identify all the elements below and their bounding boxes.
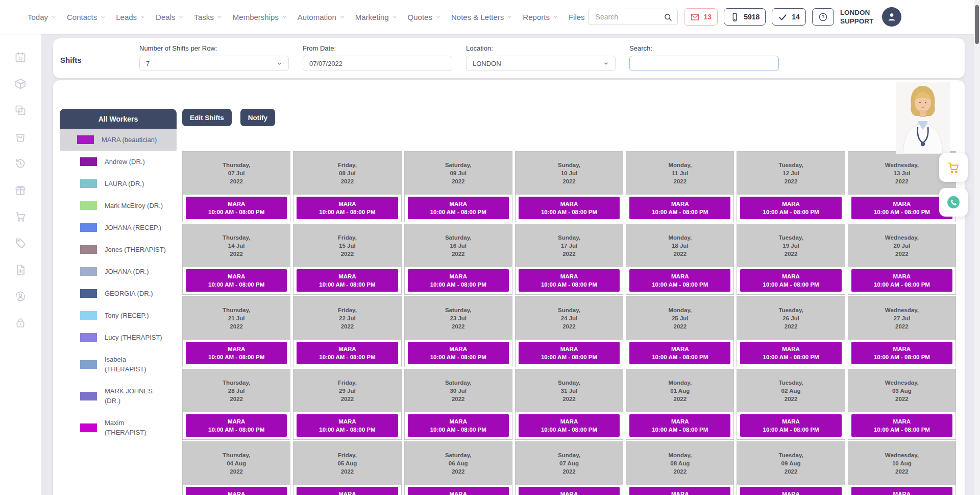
worker-row-laura-dr[interactable]: LAURA (DR.) (60, 173, 177, 195)
shift-block[interactable]: MARA10:00 AM - 08:00 PM (629, 342, 730, 364)
shift-block[interactable]: MARA10:00 AM - 08:00 PM (297, 342, 398, 364)
shift-block[interactable]: MARA10:00 AM - 08:00 PM (629, 269, 730, 292)
shift-block[interactable]: MARA10:00 AM - 08:00 PM (740, 487, 841, 495)
mail-badge[interactable]: 13 (684, 8, 718, 26)
tasks-count: 14 (792, 13, 800, 21)
sidebar-item-gift[interactable] (14, 184, 27, 196)
shift-block[interactable]: MARA10:00 AM - 08:00 PM (519, 414, 620, 437)
sidebar-item-cart[interactable] (14, 210, 27, 223)
sidebar-item-shopping-bag[interactable] (14, 131, 27, 143)
worker-row-tony-recep[interactable]: Tony (RECEP.) (60, 304, 177, 326)
day-year: 2022 (341, 250, 354, 258)
worker-row-mark-johnes-dr[interactable]: MARK JOHNES (DR.) (60, 380, 177, 412)
shift-block[interactable]: MARA10:00 AM - 08:00 PM (851, 197, 952, 219)
tasks-badge[interactable]: 14 (772, 8, 806, 26)
worker-row-mark-mcelroy-dr[interactable]: Mark McElroy (DR.) (60, 195, 177, 217)
nav-item-memberships[interactable]: Memberships (230, 10, 290, 25)
day-header: Tuesday,12 Jul2022 (737, 152, 844, 195)
shift-block[interactable]: MARA10:00 AM - 08:00 PM (186, 197, 287, 219)
calendar-day-cell: Wednesday,10 Aug2022MARA10:00 AM - 08:00… (848, 441, 956, 495)
nav-item-tasks[interactable]: Tasks (191, 10, 225, 25)
nav-item-contacts[interactable]: Contacts (64, 10, 109, 25)
shift-block[interactable]: MARA10:00 AM - 08:00 PM (740, 269, 841, 292)
user-avatar[interactable] (882, 7, 901, 27)
nav-item-deals[interactable]: Deals (153, 10, 187, 25)
sidebar-item-lock[interactable] (14, 317, 27, 329)
shift-block[interactable]: MARA10:00 AM - 08:00 PM (519, 487, 620, 495)
shift-block[interactable]: MARA10:00 AM - 08:00 PM (297, 414, 398, 437)
help-button[interactable] (812, 8, 834, 26)
shifts-per-row-select[interactable]: 7 (139, 56, 289, 71)
shift-block[interactable]: MARA10:00 AM - 08:00 PM (740, 414, 841, 437)
sidebar-item-history-clock[interactable] (14, 157, 27, 170)
location-select[interactable]: LONDON (466, 56, 616, 71)
calendar-day-cell: Friday,29 Jul2022MARA10:00 AM - 08:00 PM (293, 369, 401, 440)
nav-item-quotes[interactable]: Quotes (405, 10, 444, 25)
shift-block[interactable]: MARA10:00 AM - 08:00 PM (851, 487, 952, 495)
day-body: MARA10:00 AM - 08:00 PM (516, 267, 623, 294)
worker-row-johana-recep[interactable]: JOHANA (RECEP.) (60, 217, 177, 239)
shift-block[interactable]: MARA10:00 AM - 08:00 PM (851, 414, 952, 437)
nav-item-today[interactable]: Today (24, 10, 60, 25)
shift-time: 10:00 AM - 08:00 PM (319, 281, 375, 288)
worker-row-jones-therapist[interactable]: Jones (THERAPIST) (60, 239, 177, 261)
shift-block[interactable]: MARA10:00 AM - 08:00 PM (519, 342, 620, 364)
shift-search-input[interactable] (629, 56, 779, 71)
shift-block[interactable]: MARA10:00 AM - 08:00 PM (408, 414, 509, 437)
shift-block[interactable]: MARA10:00 AM - 08:00 PM (186, 414, 287, 437)
search-icon[interactable] (663, 12, 673, 22)
shift-block[interactable]: MARA10:00 AM - 08:00 PM (740, 342, 841, 364)
phone-call-button[interactable] (939, 188, 968, 217)
cart-button[interactable] (939, 153, 968, 182)
worker-row-lucy-therapist[interactable]: Lucy (THERAPIST) (60, 326, 177, 348)
day-body: MARA10:00 AM - 08:00 PM (293, 485, 401, 495)
shift-block[interactable]: MARA10:00 AM - 08:00 PM (186, 487, 287, 495)
worker-row-maxim-therapist[interactable]: Maxim (THERAPIST) (60, 412, 177, 443)
scrollbar-thumb[interactable] (975, 5, 979, 44)
shift-worker-name: MARA (893, 345, 911, 352)
shift-block[interactable]: MARA10:00 AM - 08:00 PM (408, 269, 509, 292)
shift-block[interactable]: MARA10:00 AM - 08:00 PM (186, 269, 287, 292)
worker-row-mara-beautician[interactable]: MARA (beautician) (60, 129, 177, 151)
sidebar-item-report-document[interactable] (14, 264, 27, 276)
worker-row-georgia-dr[interactable]: GEORGIA (DR.) (60, 282, 177, 304)
nav-item-notes-letters[interactable]: Notes & Letters (448, 10, 516, 25)
shift-block[interactable]: MARA10:00 AM - 08:00 PM (408, 342, 509, 364)
sidebar-item-copy[interactable] (14, 104, 27, 116)
shift-block[interactable]: MARA10:00 AM - 08:00 PM (186, 342, 287, 364)
shift-block[interactable]: MARA10:00 AM - 08:00 PM (408, 197, 509, 219)
shift-block[interactable]: MARA10:00 AM - 08:00 PM (519, 197, 620, 219)
shift-block[interactable]: MARA10:00 AM - 08:00 PM (408, 487, 509, 495)
nav-item-marketing[interactable]: Marketing (352, 10, 401, 25)
global-search-input[interactable] (595, 12, 663, 21)
all-workers-button[interactable]: All Workers (60, 109, 177, 129)
nav-item-files[interactable]: Files (566, 10, 588, 25)
nav-item-leads[interactable]: Leads (113, 10, 149, 25)
from-date-input[interactable] (303, 56, 452, 71)
worker-row-andrew-dr[interactable]: Andrew (DR.) (60, 151, 177, 173)
nav-item-reports[interactable]: Reports (520, 10, 561, 25)
notify-button[interactable]: Notify (240, 109, 275, 126)
shift-block[interactable]: MARA10:00 AM - 08:00 PM (297, 197, 398, 219)
shift-block[interactable]: MARA10:00 AM - 08:00 PM (851, 342, 952, 364)
calendar-day-cell: Sunday,17 Jul2022MARA10:00 AM - 08:00 PM (515, 224, 623, 295)
nav-item-automation[interactable]: Automation (295, 10, 348, 25)
edit-shifts-button[interactable]: Edit Shifts (182, 109, 232, 126)
shift-block[interactable]: MARA10:00 AM - 08:00 PM (629, 414, 730, 437)
shift-block[interactable]: MARA10:00 AM - 08:00 PM (740, 197, 841, 219)
sidebar-item-price-tag[interactable] (14, 237, 27, 249)
shift-block[interactable]: MARA10:00 AM - 08:00 PM (519, 269, 620, 292)
sidebar-item-calendar-12[interactable]: 12 (14, 51, 27, 63)
shift-block[interactable]: MARA10:00 AM - 08:00 PM (851, 269, 952, 292)
phone-count: 5918 (744, 13, 760, 21)
shift-block[interactable]: MARA10:00 AM - 08:00 PM (629, 197, 730, 219)
worker-row-isabela-therapist[interactable]: Isabela (THERAPIST) (60, 348, 177, 380)
shift-block[interactable]: MARA10:00 AM - 08:00 PM (629, 487, 730, 495)
shift-block[interactable]: MARA10:00 AM - 08:00 PM (297, 487, 398, 495)
worker-row-johana-dr[interactable]: JOHANA (DR.) (60, 261, 177, 282)
phone-badge[interactable]: 5918 (724, 8, 766, 26)
shift-block[interactable]: MARA10:00 AM - 08:00 PM (297, 269, 398, 292)
shift-worker-name: MARA (671, 418, 689, 425)
sidebar-item-package[interactable] (14, 78, 27, 90)
sidebar-item-user-sync[interactable] (14, 290, 27, 302)
